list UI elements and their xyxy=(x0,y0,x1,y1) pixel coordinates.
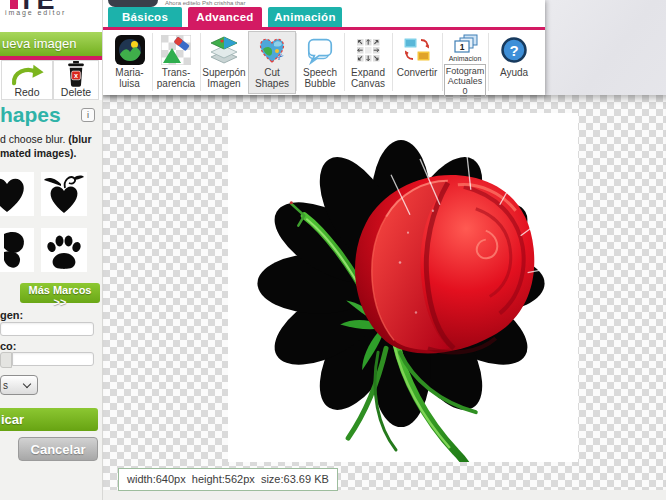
field1-input[interactable] xyxy=(0,322,94,336)
svg-text:1: 1 xyxy=(460,42,465,52)
field1-label: gen: xyxy=(0,309,23,321)
help-icon: ? xyxy=(488,34,540,66)
convert-icon xyxy=(392,34,442,66)
overlay-layers-icon xyxy=(200,34,248,66)
cut-shapes-icon: ✂ xyxy=(249,34,295,66)
tool-superpon-imagen[interactable]: SuperpónImagen xyxy=(200,31,248,94)
tab-animacion[interactable]: Animación xyxy=(268,7,342,27)
tool-animacion-fotogramas[interactable]: 1 Animacion FotogramActuales 0 xyxy=(442,31,488,94)
shapes-panel-title: hapes xyxy=(0,103,61,127)
more-frames-button[interactable]: Más Marcos >> xyxy=(20,283,100,303)
svg-text:x: x xyxy=(74,71,78,80)
animation-frames-icon: 1 xyxy=(442,34,488,56)
tab-advanced[interactable]: Advanced xyxy=(188,7,262,27)
history-row: Redo x Delete xyxy=(0,60,103,100)
blur-select-value: s xyxy=(3,380,8,391)
rose-flower-graphic xyxy=(228,113,578,462)
editor-header: Ahora editelo Psh crishha thar Básicos A… xyxy=(103,0,545,95)
apply-button[interactable]: icar xyxy=(0,408,98,431)
tool-speech-bubble[interactable]: SpeechBubble xyxy=(296,31,344,94)
field2-input[interactable] xyxy=(12,352,94,366)
bottom-strip xyxy=(103,490,666,500)
header-image-sliver xyxy=(108,0,158,7)
app-screen: width:640px height:562px size:63.69 KB T… xyxy=(0,0,666,500)
shapes-panel-description: d choose blur. (blur mated images). xyxy=(0,132,103,160)
logo-accent-block xyxy=(10,0,18,9)
header-text-fragment: Ahora editelo Psh crishha thar xyxy=(165,0,245,6)
shape-thumb-butterfly-partial[interactable] xyxy=(0,228,34,272)
sidebar: TE image editor ueva imagen Redo x Delet… xyxy=(0,0,103,500)
animation-caption: Animacion xyxy=(442,55,488,62)
field2-prefix-control[interactable] xyxy=(0,352,12,368)
status-bar: width:640px height:562px size:63.69 KB xyxy=(118,468,338,491)
tool-transparencia[interactable]: Trans-parencia xyxy=(152,31,200,94)
trash-icon: x xyxy=(54,61,98,87)
current-frames-label: FotogramActuales 0 xyxy=(444,64,486,98)
tool-convertir[interactable]: Convertir xyxy=(392,31,442,94)
shape-thumb-heart-partial[interactable] xyxy=(0,172,34,216)
logo: TE image editor xyxy=(0,0,103,32)
delete-button[interactable]: x Delete xyxy=(53,60,99,100)
cancel-button[interactable]: Cancelar xyxy=(18,437,98,461)
canvas-transparency-area[interactable] xyxy=(103,95,666,490)
transparency-icon xyxy=(152,34,200,66)
svg-text:?: ? xyxy=(509,42,518,59)
tool-ayuda[interactable]: ? Ayuda xyxy=(488,31,540,94)
speech-bubble-icon xyxy=(296,34,344,66)
tool-marialuisa[interactable]: Maria-luisa xyxy=(107,31,152,94)
tab-basicos[interactable]: Básicos xyxy=(108,7,182,27)
shape-thumb-paw-print[interactable] xyxy=(41,228,87,272)
info-icon[interactable]: i xyxy=(81,108,95,122)
tool-expand-canvas[interactable]: ExpandCanvas xyxy=(344,31,392,94)
expand-canvas-icon xyxy=(344,34,392,66)
edited-image[interactable] xyxy=(228,113,578,462)
blur-select[interactable]: s xyxy=(0,375,38,395)
wizard-icon xyxy=(107,34,152,66)
field2-label: co: xyxy=(0,340,17,352)
redo-icon xyxy=(2,61,52,87)
new-image-button[interactable]: ueva imagen xyxy=(0,32,103,56)
redo-button[interactable]: Redo xyxy=(1,60,53,100)
shape-thumb-heart-ornament[interactable] xyxy=(41,172,87,216)
tool-cut-shapes[interactable]: ✂ CutShapes xyxy=(248,31,296,94)
logo-caption: image editor xyxy=(5,9,66,16)
toolbar: Maria-luisa Trans-parencia xyxy=(103,30,545,95)
chevron-down-icon xyxy=(23,380,31,388)
